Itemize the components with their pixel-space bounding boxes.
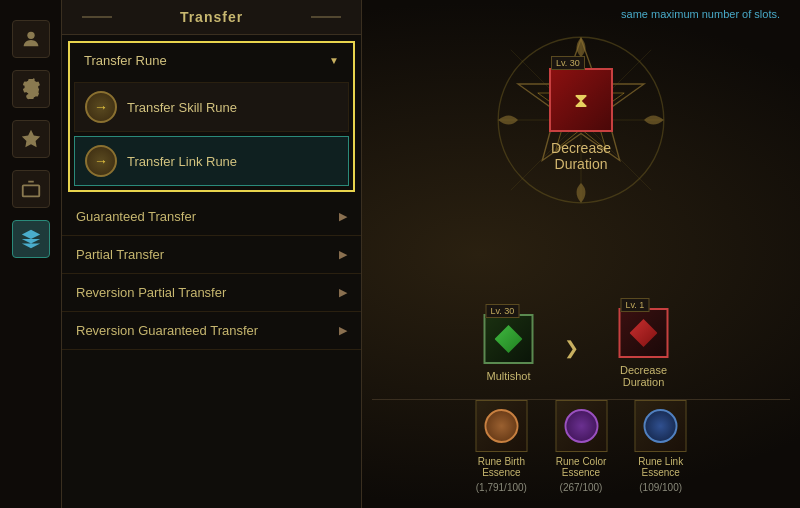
center-rune-level: Lv. 30 (551, 56, 585, 70)
skill-rune-label: Transfer Skill Rune (127, 100, 237, 115)
reversion-guaranteed-transfer-item[interactable]: Reversion Guaranteed Transfer ▶ (62, 312, 361, 350)
essence-item-color: Rune Color Essence (267/100) (551, 400, 611, 493)
essence-box-color (555, 400, 607, 452)
guaranteed-transfer-arrow-icon: ▶ (339, 210, 347, 223)
essence-link-icon (644, 409, 678, 443)
sidebar-icon-settings[interactable] (12, 70, 50, 108)
hint-text: same maximum number of slots. (621, 8, 780, 20)
transfer-link-rune-item[interactable]: Transfer Link Rune (74, 136, 349, 186)
transfer-rune-section: Transfer Rune ▼ Transfer Skill Rune Tran… (68, 41, 355, 192)
center-rune-name: Decrease Duration (531, 140, 631, 172)
transfer-section: Lv. 30 Multishot ❯ Lv. 1 Decrease Durati… (484, 308, 679, 388)
reversion-partial-transfer-label: Reversion Partial Transfer (76, 285, 226, 300)
reversion-guaranteed-arrow-icon: ▶ (339, 324, 347, 337)
essence-box-birth (475, 400, 527, 452)
essence-item-link: Rune Link Essence (109/100) (631, 400, 691, 493)
reversion-partial-arrow-icon: ▶ (339, 286, 347, 299)
main-content: Transfer Transfer Rune ▼ Transfer Skill … (62, 0, 800, 508)
sidebar-icon-skills[interactable] (12, 120, 50, 158)
menu-panel: Transfer Transfer Rune ▼ Transfer Skill … (62, 0, 362, 508)
source-rune-name: Multishot (486, 370, 530, 382)
transfer-rune-label: Transfer Rune (84, 53, 167, 68)
partial-transfer-item[interactable]: Partial Transfer ▶ (62, 236, 361, 274)
source-gem-icon (495, 325, 523, 353)
link-rune-label: Transfer Link Rune (127, 154, 237, 169)
reversion-guaranteed-label: Reversion Guaranteed Transfer (76, 323, 258, 338)
dropdown-arrow-icon: ▼ (329, 55, 339, 66)
transfer-arrow-icon: ❯ (564, 337, 579, 359)
source-rune-box: Lv. 30 (484, 314, 534, 364)
essence-link-name: Rune Link Essence (631, 456, 691, 478)
essence-link-count: (109/100) (639, 482, 682, 493)
partial-transfer-arrow-icon: ▶ (339, 248, 347, 261)
link-rune-arrow-icon (85, 145, 117, 177)
target-rune-name: Decrease Duration (609, 364, 679, 388)
essence-birth-count: (1,791/100) (476, 482, 527, 493)
svg-point-0 (27, 32, 34, 39)
center-rune-card: Lv. 30 ⧗ (549, 68, 613, 132)
essence-box-link (635, 400, 687, 452)
target-rune-level: Lv. 1 (621, 298, 650, 312)
sidebar-icon-inventory[interactable] (12, 170, 50, 208)
essence-color-name: Rune Color Essence (551, 456, 611, 478)
source-rune: Lv. 30 Multishot (484, 314, 534, 382)
essence-birth-icon (484, 409, 518, 443)
transfer-skill-rune-item[interactable]: Transfer Skill Rune (74, 82, 349, 132)
menu-title: Transfer (62, 0, 361, 35)
sidebar-icon-rune[interactable] (12, 220, 50, 258)
menu-title-text: Transfer (180, 9, 243, 25)
sidebar (0, 0, 62, 508)
partial-transfer-label: Partial Transfer (76, 247, 164, 262)
skill-rune-arrow-icon (85, 91, 117, 123)
transfer-rune-header[interactable]: Transfer Rune ▼ (70, 43, 353, 78)
target-rune-box: Lv. 1 (619, 308, 669, 358)
essence-color-icon (564, 409, 598, 443)
essence-birth-name: Rune Birth Essence (472, 456, 532, 478)
guaranteed-transfer-item[interactable]: Guaranteed Transfer ▶ (62, 198, 361, 236)
source-rune-level: Lv. 30 (486, 304, 520, 318)
right-panel: same maximum number of slots. (362, 0, 800, 508)
target-gem-icon (630, 319, 658, 347)
hourglass-icon: ⧗ (574, 89, 588, 112)
guaranteed-transfer-label: Guaranteed Transfer (76, 209, 196, 224)
essence-item-birth: Rune Birth Essence (1,791/100) (472, 400, 532, 493)
reversion-partial-transfer-item[interactable]: Reversion Partial Transfer ▶ (62, 274, 361, 312)
essence-section: Rune Birth Essence (1,791/100) Rune Colo… (472, 400, 691, 493)
emblem-area: Lv. 30 ⧗ Decrease Duration (481, 20, 681, 220)
essence-color-count: (267/100) (560, 482, 603, 493)
target-rune: Lv. 1 Decrease Duration (609, 308, 679, 388)
sidebar-icon-character[interactable] (12, 20, 50, 58)
